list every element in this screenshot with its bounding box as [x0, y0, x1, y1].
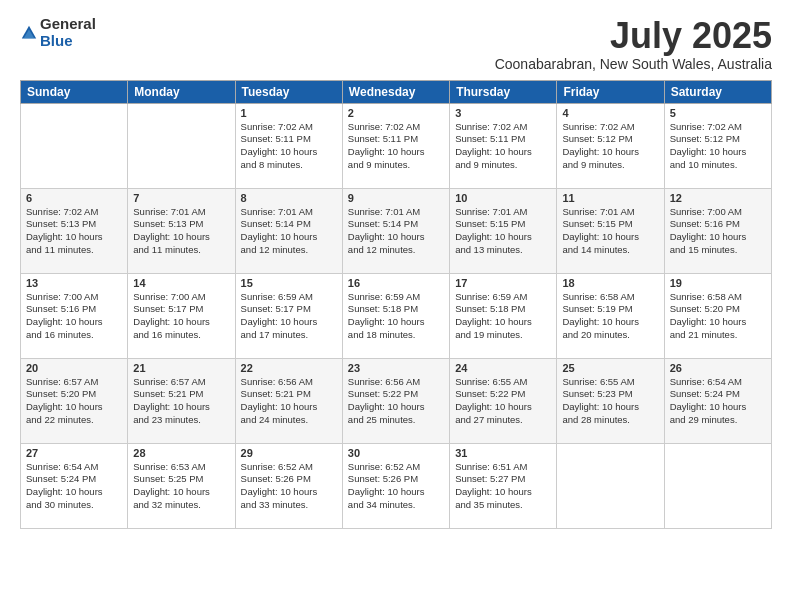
day-number: 4 [562, 107, 658, 119]
calendar-cell: 15Sunrise: 6:59 AMSunset: 5:17 PMDayligh… [235, 273, 342, 358]
calendar-cell: 28Sunrise: 6:53 AMSunset: 5:25 PMDayligh… [128, 443, 235, 528]
calendar-cell: 14Sunrise: 7:00 AMSunset: 5:17 PMDayligh… [128, 273, 235, 358]
cell-content: Sunrise: 6:54 AMSunset: 5:24 PMDaylight:… [26, 461, 122, 512]
calendar-cell [21, 103, 128, 188]
weekday-header: Friday [557, 80, 664, 103]
calendar-cell: 6Sunrise: 7:02 AMSunset: 5:13 PMDaylight… [21, 188, 128, 273]
calendar-cell: 20Sunrise: 6:57 AMSunset: 5:20 PMDayligh… [21, 358, 128, 443]
calendar-cell: 7Sunrise: 7:01 AMSunset: 5:13 PMDaylight… [128, 188, 235, 273]
day-number: 17 [455, 277, 551, 289]
day-number: 20 [26, 362, 122, 374]
day-number: 19 [670, 277, 766, 289]
calendar-week-row: 1Sunrise: 7:02 AMSunset: 5:11 PMDaylight… [21, 103, 772, 188]
weekday-header: Wednesday [342, 80, 449, 103]
calendar-cell: 2Sunrise: 7:02 AMSunset: 5:11 PMDaylight… [342, 103, 449, 188]
title-area: July 2025 Coonabarabran, New South Wales… [495, 16, 772, 72]
day-number: 9 [348, 192, 444, 204]
calendar-cell: 23Sunrise: 6:56 AMSunset: 5:22 PMDayligh… [342, 358, 449, 443]
calendar-cell: 1Sunrise: 7:02 AMSunset: 5:11 PMDaylight… [235, 103, 342, 188]
calendar: SundayMondayTuesdayWednesdayThursdayFrid… [20, 80, 772, 529]
logo-general-label: General [40, 16, 96, 33]
month-title: July 2025 [495, 16, 772, 56]
day-number: 22 [241, 362, 337, 374]
cell-content: Sunrise: 6:56 AMSunset: 5:22 PMDaylight:… [348, 376, 444, 427]
day-number: 11 [562, 192, 658, 204]
calendar-cell [664, 443, 771, 528]
cell-content: Sunrise: 6:55 AMSunset: 5:23 PMDaylight:… [562, 376, 658, 427]
calendar-cell: 30Sunrise: 6:52 AMSunset: 5:26 PMDayligh… [342, 443, 449, 528]
cell-content: Sunrise: 6:52 AMSunset: 5:26 PMDaylight:… [348, 461, 444, 512]
day-number: 15 [241, 277, 337, 289]
day-number: 23 [348, 362, 444, 374]
day-number: 27 [26, 447, 122, 459]
cell-content: Sunrise: 6:59 AMSunset: 5:17 PMDaylight:… [241, 291, 337, 342]
cell-content: Sunrise: 6:58 AMSunset: 5:20 PMDaylight:… [670, 291, 766, 342]
cell-content: Sunrise: 7:02 AMSunset: 5:11 PMDaylight:… [455, 121, 551, 172]
calendar-week-row: 13Sunrise: 7:00 AMSunset: 5:16 PMDayligh… [21, 273, 772, 358]
calendar-week-row: 27Sunrise: 6:54 AMSunset: 5:24 PMDayligh… [21, 443, 772, 528]
calendar-cell: 21Sunrise: 6:57 AMSunset: 5:21 PMDayligh… [128, 358, 235, 443]
calendar-cell [557, 443, 664, 528]
logo: General Blue [20, 16, 96, 49]
calendar-cell: 17Sunrise: 6:59 AMSunset: 5:18 PMDayligh… [450, 273, 557, 358]
calendar-cell: 27Sunrise: 6:54 AMSunset: 5:24 PMDayligh… [21, 443, 128, 528]
calendar-cell: 22Sunrise: 6:56 AMSunset: 5:21 PMDayligh… [235, 358, 342, 443]
day-number: 30 [348, 447, 444, 459]
cell-content: Sunrise: 7:01 AMSunset: 5:15 PMDaylight:… [562, 206, 658, 257]
day-number: 21 [133, 362, 229, 374]
calendar-week-row: 6Sunrise: 7:02 AMSunset: 5:13 PMDaylight… [21, 188, 772, 273]
calendar-cell: 26Sunrise: 6:54 AMSunset: 5:24 PMDayligh… [664, 358, 771, 443]
calendar-cell: 8Sunrise: 7:01 AMSunset: 5:14 PMDaylight… [235, 188, 342, 273]
logo-text: General Blue [40, 16, 96, 49]
calendar-cell: 10Sunrise: 7:01 AMSunset: 5:15 PMDayligh… [450, 188, 557, 273]
weekday-header: Monday [128, 80, 235, 103]
calendar-cell: 18Sunrise: 6:58 AMSunset: 5:19 PMDayligh… [557, 273, 664, 358]
day-number: 1 [241, 107, 337, 119]
day-number: 2 [348, 107, 444, 119]
cell-content: Sunrise: 7:02 AMSunset: 5:12 PMDaylight:… [670, 121, 766, 172]
day-number: 24 [455, 362, 551, 374]
cell-content: Sunrise: 6:55 AMSunset: 5:22 PMDaylight:… [455, 376, 551, 427]
cell-content: Sunrise: 7:01 AMSunset: 5:14 PMDaylight:… [348, 206, 444, 257]
cell-content: Sunrise: 6:56 AMSunset: 5:21 PMDaylight:… [241, 376, 337, 427]
cell-content: Sunrise: 6:57 AMSunset: 5:21 PMDaylight:… [133, 376, 229, 427]
calendar-cell: 12Sunrise: 7:00 AMSunset: 5:16 PMDayligh… [664, 188, 771, 273]
cell-content: Sunrise: 7:02 AMSunset: 5:11 PMDaylight:… [241, 121, 337, 172]
cell-content: Sunrise: 7:00 AMSunset: 5:16 PMDaylight:… [670, 206, 766, 257]
calendar-cell: 19Sunrise: 6:58 AMSunset: 5:20 PMDayligh… [664, 273, 771, 358]
cell-content: Sunrise: 6:59 AMSunset: 5:18 PMDaylight:… [348, 291, 444, 342]
weekday-header: Sunday [21, 80, 128, 103]
day-number: 10 [455, 192, 551, 204]
cell-content: Sunrise: 7:00 AMSunset: 5:16 PMDaylight:… [26, 291, 122, 342]
day-number: 6 [26, 192, 122, 204]
calendar-cell: 5Sunrise: 7:02 AMSunset: 5:12 PMDaylight… [664, 103, 771, 188]
weekday-header: Thursday [450, 80, 557, 103]
cell-content: Sunrise: 7:01 AMSunset: 5:15 PMDaylight:… [455, 206, 551, 257]
day-number: 7 [133, 192, 229, 204]
cell-content: Sunrise: 7:02 AMSunset: 5:11 PMDaylight:… [348, 121, 444, 172]
day-number: 25 [562, 362, 658, 374]
cell-content: Sunrise: 7:01 AMSunset: 5:14 PMDaylight:… [241, 206, 337, 257]
cell-content: Sunrise: 7:00 AMSunset: 5:17 PMDaylight:… [133, 291, 229, 342]
weekday-header: Tuesday [235, 80, 342, 103]
day-number: 16 [348, 277, 444, 289]
calendar-cell: 29Sunrise: 6:52 AMSunset: 5:26 PMDayligh… [235, 443, 342, 528]
calendar-cell: 13Sunrise: 7:00 AMSunset: 5:16 PMDayligh… [21, 273, 128, 358]
cell-content: Sunrise: 6:53 AMSunset: 5:25 PMDaylight:… [133, 461, 229, 512]
day-number: 8 [241, 192, 337, 204]
calendar-cell: 9Sunrise: 7:01 AMSunset: 5:14 PMDaylight… [342, 188, 449, 273]
day-number: 14 [133, 277, 229, 289]
calendar-cell: 4Sunrise: 7:02 AMSunset: 5:12 PMDaylight… [557, 103, 664, 188]
calendar-header-row: SundayMondayTuesdayWednesdayThursdayFrid… [21, 80, 772, 103]
calendar-week-row: 20Sunrise: 6:57 AMSunset: 5:20 PMDayligh… [21, 358, 772, 443]
logo-blue-label: Blue [40, 33, 96, 50]
location: Coonabarabran, New South Wales, Australi… [495, 56, 772, 72]
calendar-cell [128, 103, 235, 188]
calendar-cell: 11Sunrise: 7:01 AMSunset: 5:15 PMDayligh… [557, 188, 664, 273]
calendar-cell: 25Sunrise: 6:55 AMSunset: 5:23 PMDayligh… [557, 358, 664, 443]
day-number: 18 [562, 277, 658, 289]
weekday-header: Saturday [664, 80, 771, 103]
day-number: 29 [241, 447, 337, 459]
cell-content: Sunrise: 6:59 AMSunset: 5:18 PMDaylight:… [455, 291, 551, 342]
cell-content: Sunrise: 6:57 AMSunset: 5:20 PMDaylight:… [26, 376, 122, 427]
